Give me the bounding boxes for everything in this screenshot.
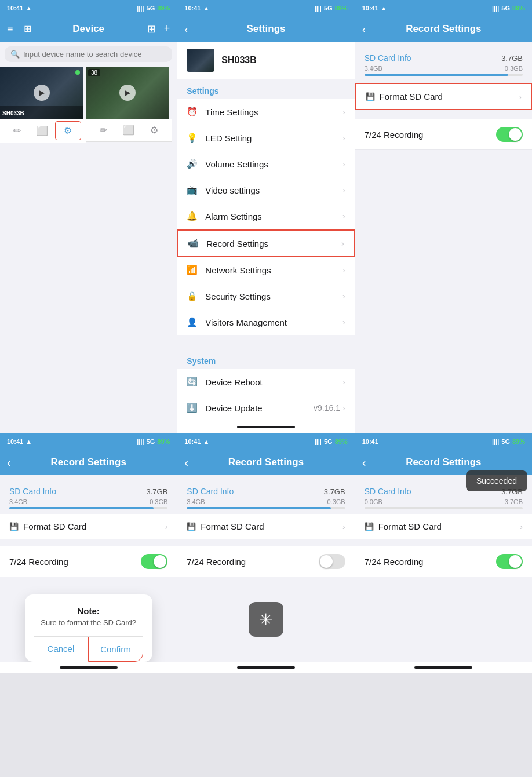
led-icon: 💡	[187, 133, 199, 143]
edit-btn-1[interactable]: ✏	[5, 122, 30, 140]
location-icon-p3: ▲	[381, 5, 387, 12]
storage-bar-bg	[365, 74, 523, 76]
recording-toggle[interactable]	[496, 127, 523, 142]
recording-toggle-b3: 7/24 Recording	[355, 546, 532, 577]
format-sd-card-b1[interactable]: 💾 Format SD Card ›	[0, 514, 177, 539]
visitors-icon: 👤	[187, 317, 199, 327]
volume-icon: 🔊	[187, 159, 199, 169]
confirm-button[interactable]: Confirm	[88, 637, 143, 662]
format-sd-card-b3[interactable]: 💾 Format SD Card ›	[355, 514, 532, 539]
recording-toggle-b1: 7/24 Recording	[0, 546, 177, 577]
format-sd-card-b2[interactable]: 💾 Format SD Card ›	[177, 514, 354, 539]
network-icon: 📶	[187, 265, 199, 275]
settings-visitors[interactable]: 👤 Visitors Management ›	[177, 309, 354, 335]
location-icon: ▲	[25, 5, 32, 12]
record-content-b1: SD Card Info 3.7GB 3.4GB 0.3GB 💾 Format …	[0, 475, 177, 662]
record-settings-content: SD Card Info 3.7GB 3.4GB 0.3GB 💾 Format …	[355, 42, 532, 150]
settings-alarm[interactable]: 🔔 Alarm Settings ›	[177, 203, 354, 229]
back-btn-b2[interactable]: ‹	[184, 456, 188, 469]
record-content-b3: SD Card Info 3.7GB 0.0GB 3.7GB 💾 Format …	[355, 475, 532, 662]
format-label: Format SD Card	[380, 92, 519, 101]
settings-network[interactable]: 📶 Network Settings ›	[177, 257, 354, 283]
back-btn-b1[interactable]: ‹	[7, 456, 11, 469]
format-dialog: Note: Sure to format the SD Card? Cancel…	[25, 594, 152, 662]
hamburger-menu[interactable]: ≡ ⊞	[7, 23, 31, 35]
format-sd-card-btn[interactable]: 💾 Format SD Card ›	[355, 83, 532, 110]
recording-toggle-b2: 7/24 Recording	[177, 546, 354, 577]
status-bar-p1: 10:41 ▲ |||| 5G 89%	[0, 0, 177, 16]
screen-btn-1[interactable]: ⬜	[30, 122, 54, 140]
toggle-b1[interactable]	[141, 554, 167, 569]
system-list: 🔄 Device Reboot › ⬇️ Device Update v9.16…	[177, 369, 354, 421]
video-icon: 📺	[187, 185, 199, 195]
home-indicator-p2	[177, 421, 354, 433]
nav-bar-record-b2: ‹ Record Settings	[177, 450, 354, 475]
sd-card-label: SD Card Info	[365, 53, 411, 63]
location-icon-b2: ▲	[203, 438, 209, 445]
settings-led[interactable]: 💡 LED Setting ›	[177, 125, 354, 151]
success-toast: Succeeded	[466, 470, 527, 491]
nav-bar-device: ≡ ⊞ Device ⊞ +	[0, 16, 177, 42]
nav-bar-record-top: ‹ Record Settings	[355, 16, 532, 42]
sd-card-label-b1: SD Card Info	[9, 487, 56, 496]
nav-title-settings: Settings	[246, 23, 285, 35]
spinner-icon: ✳	[259, 610, 272, 629]
nav-title-device: Device	[72, 23, 104, 35]
security-icon: 🔒	[187, 291, 199, 301]
play-icon: ▶	[34, 85, 50, 101]
settings-section-title: Settings	[177, 79, 354, 99]
back-btn-settings[interactable]: ‹	[184, 23, 188, 36]
settings-security[interactable]: 🔒 Security Settings ›	[177, 283, 354, 309]
cancel-button[interactable]: Cancel	[34, 637, 88, 662]
screen-btn-2[interactable]: ⬜	[116, 121, 141, 139]
toggle-b3[interactable]	[496, 554, 523, 569]
reboot-icon: 🔄	[187, 377, 199, 387]
settings-divider	[177, 335, 354, 349]
device-name-sh033b: SH033B	[2, 110, 24, 116]
spinner-box: ✳	[249, 602, 283, 637]
sd-card-value-b1: 3.7GB	[146, 487, 167, 496]
location-icon-b1: ▲	[25, 438, 32, 445]
back-btn-record-top[interactable]: ‹	[362, 23, 366, 36]
dialog-container: Note: Sure to format the SD Card? Cancel…	[0, 577, 177, 662]
settings-time[interactable]: ⏰ Time Settings ›	[177, 99, 354, 125]
settings-update[interactable]: ⬇️ Device Update v9.16.1 ›	[177, 395, 354, 421]
device-thumb-38[interactable]: 38 ▶	[86, 67, 169, 119]
alarm-icon: 🔔	[187, 211, 199, 221]
storage-used-label: 3.4GB	[365, 65, 382, 72]
toggle-b2[interactable]	[319, 554, 345, 569]
storage-free-b3: 3.7GB	[505, 498, 523, 505]
back-btn-b3[interactable]: ‹	[362, 456, 366, 469]
grid-icon[interactable]: ⊞	[147, 23, 156, 35]
settings-video[interactable]: 📺 Video settings ›	[177, 177, 354, 203]
loading-spinner: ✳	[177, 577, 354, 662]
status-bar-b1: 10:41 ▲ |||| 5G 89%	[0, 433, 177, 450]
dialog-title: Note:	[34, 606, 143, 616]
gear-btn-1[interactable]: ⚙	[55, 121, 81, 140]
storage-used-b1: 3.4GB	[9, 498, 27, 505]
settings-record[interactable]: 📹 Record Settings ›	[177, 229, 354, 257]
nav-title-record-top: Record Settings	[406, 23, 481, 35]
recording-label: 7/24 Recording	[365, 130, 424, 140]
search-input[interactable]	[23, 50, 166, 59]
nav-bar-settings: ‹ Settings	[177, 16, 354, 42]
search-icon: 🔍	[10, 50, 20, 59]
device-actions-2: ✏ ⬜ ⚙	[86, 119, 172, 142]
storage-used-b3: 0.0GB	[365, 498, 382, 505]
search-bar[interactable]: 🔍	[5, 46, 172, 62]
add-icon[interactable]: +	[164, 23, 170, 35]
gear-btn-2[interactable]: ⚙	[141, 121, 167, 139]
status-bar-b2: 10:41 ▲ |||| 5G 89%	[177, 433, 354, 450]
format-icon: 💾	[366, 92, 375, 101]
device-actions-1: ✏ ⬜ ⚙	[0, 119, 86, 143]
toggle-knob	[509, 128, 522, 141]
edit-btn-2[interactable]: ✏	[90, 121, 116, 139]
status-bar-p3: 10:41 ▲ |||| 5G 89%	[355, 0, 532, 16]
settings-volume[interactable]: 🔊 Volume Settings ›	[177, 151, 354, 177]
location-icon-p2: ▲	[203, 5, 209, 12]
settings-reboot[interactable]: 🔄 Device Reboot ›	[177, 369, 354, 395]
dialog-message: Sure to format the SD Card?	[34, 618, 143, 627]
time-icon: ⏰	[187, 107, 199, 117]
home-indicator-b2	[177, 662, 354, 673]
device-thumb-sh033b[interactable]: ▶ SH033B	[0, 67, 83, 119]
